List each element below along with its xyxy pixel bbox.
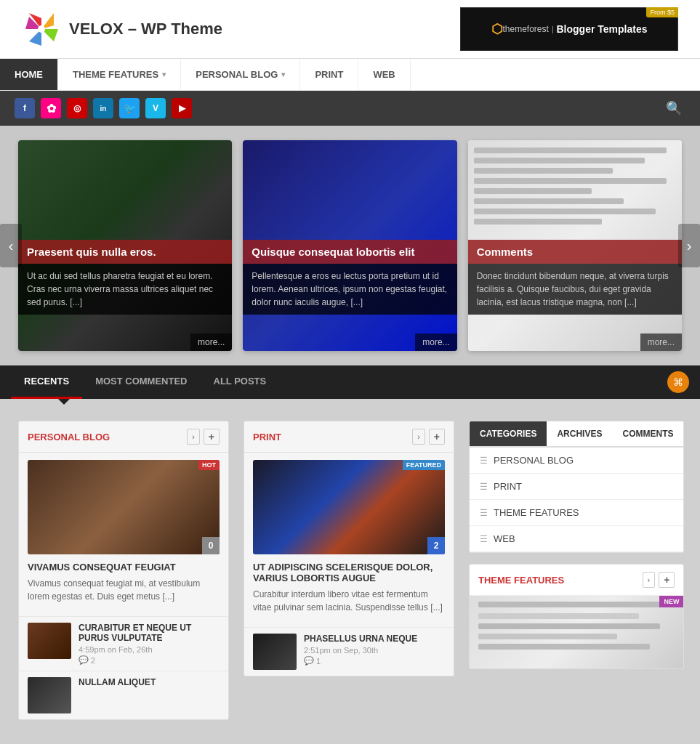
nav-item-web[interactable]: WEB bbox=[358, 59, 410, 90]
slide-2-text: Pellentesque a eros eu lectus porta pret… bbox=[243, 264, 456, 315]
print-sub-1: PHASELLUS URNA NEQUE 2:51pm on Sep, 30th… bbox=[244, 627, 454, 676]
facebook-icon[interactable]: f bbox=[15, 98, 35, 118]
nav-print-label: PRINT bbox=[315, 69, 343, 80]
slide-2-more[interactable]: more... bbox=[415, 333, 456, 351]
nav-item-theme-features[interactable]: THEME FEATURES ▾ bbox=[58, 59, 181, 90]
sub-2-info: NULLAM ALIQUET bbox=[79, 677, 220, 690]
personal-blog-arrow-btn[interactable]: › bbox=[187, 429, 200, 445]
personal-blog-post-excerpt: Vivamus consequat feugiat mi, at vestibu… bbox=[28, 577, 220, 603]
slide-3: Comments Donec tincidunt bibendum neque,… bbox=[468, 140, 682, 351]
cat-personal-blog[interactable]: ☰ PERSONAL BLOG bbox=[470, 448, 683, 474]
rtab-comments[interactable]: COMMENTS bbox=[612, 421, 683, 446]
categories-section: CATEGORIES ARCHIVES COMMENTS ☰ PERSONAL … bbox=[469, 421, 684, 553]
personal-blog-plus-btn[interactable]: + bbox=[204, 429, 220, 445]
tf-arrow-btn[interactable]: › bbox=[643, 572, 656, 588]
featured-badge: FEATURED bbox=[403, 460, 445, 470]
linkedin-icon[interactable]: in bbox=[93, 98, 113, 118]
cat-print[interactable]: ☰ PRINT bbox=[470, 474, 683, 500]
rtab-archives[interactable]: ARCHIVES bbox=[547, 421, 612, 446]
cat-icon-3: ☰ bbox=[480, 508, 488, 518]
comment-icon-2: 💬 bbox=[304, 656, 314, 666]
personal-blog-post-title[interactable]: VIVAMUS CONSEQUAT FEUGIAT bbox=[28, 562, 220, 573]
personal-blog-title: PERSONAL BLOG bbox=[28, 432, 110, 442]
rtab-categories[interactable]: CATEGORIES bbox=[470, 421, 547, 446]
nav-item-print[interactable]: PRINT bbox=[300, 59, 358, 90]
print-sub-1-count: 1 bbox=[316, 657, 321, 666]
slider: ‹ Praesent quis nulla eros. Ut ac dui se… bbox=[0, 126, 700, 365]
print-col: PRINT › + FEATURED 2 UT ADIPISCING SCELE… bbox=[244, 421, 454, 731]
tf-plus-btn[interactable]: + bbox=[659, 572, 675, 588]
slide-1: Praesent quis nulla eros. Ut ac dui sed … bbox=[18, 140, 232, 351]
banner-bt-text: Blogger Templates bbox=[556, 23, 647, 35]
print-sub-1-title[interactable]: PHASELLUS URNA NEQUE bbox=[304, 634, 445, 644]
print-num-badge: 2 bbox=[427, 537, 445, 554]
search-button[interactable]: 🔍 bbox=[662, 97, 685, 120]
cat-label-4: WEB bbox=[494, 533, 515, 544]
logo-icon bbox=[22, 9, 62, 49]
nav-tf-arrow: ▾ bbox=[162, 70, 166, 78]
sushi-image bbox=[28, 460, 220, 554]
sub-1-title[interactable]: CURABITUR ET NEQUE UT PURUS VULPUTATE bbox=[79, 623, 220, 643]
tab-all-posts[interactable]: ALL POSTS bbox=[201, 365, 280, 399]
cat-web[interactable]: ☰ WEB bbox=[470, 526, 683, 552]
slide-2: Quisque consequat lobortis elit Pellente… bbox=[243, 140, 456, 351]
slide-1-text: Ut ac dui sed tellus pharetra feugiat et… bbox=[18, 264, 232, 315]
slider-next[interactable]: › bbox=[678, 224, 700, 267]
theme-features-right: THEME FEATURES › + NEW bbox=[469, 564, 684, 669]
print-panel: PRINT › + FEATURED 2 UT ADIPISCING SCELE… bbox=[244, 421, 454, 676]
cat-icon-2: ☰ bbox=[480, 482, 488, 492]
banner-logo-text: ⬡ bbox=[491, 21, 503, 37]
nav-item-personal-blog[interactable]: PERSONAL BLOG ▾ bbox=[181, 59, 300, 90]
print-post-excerpt: Curabitur interdum libero vitae est ferm… bbox=[253, 588, 445, 614]
print-arrow-btn[interactable]: › bbox=[412, 429, 425, 445]
cat-icon-1: ☰ bbox=[480, 456, 488, 466]
right-col: CATEGORIES ARCHIVES COMMENTS ☰ PERSONAL … bbox=[469, 421, 684, 731]
print-main-img: FEATURED 2 bbox=[253, 460, 445, 554]
sub-1-meta: 4:59pm on Feb, 26th bbox=[79, 645, 220, 654]
print-sub-1-info: PHASELLUS URNA NEQUE 2:51pm on Sep, 30th… bbox=[304, 634, 445, 666]
print-post-title[interactable]: UT ADIPISCING SCELERISQUE DOLOR, VARIUS … bbox=[253, 562, 445, 583]
personal-blog-num-badge: 0 bbox=[202, 537, 220, 554]
personal-blog-main-img: HOT 0 bbox=[28, 460, 220, 554]
slide-3-text: Donec tincidunt bibendum neque, at viver… bbox=[468, 264, 682, 315]
right-tabs: CATEGORIES ARCHIVES COMMENTS bbox=[470, 421, 683, 448]
personal-blog-sub-1: CURABITUR ET NEQUE UT PURUS VULPUTATE 4:… bbox=[19, 616, 228, 671]
tab-most-commented[interactable]: MOST COMMENTED bbox=[82, 365, 200, 399]
nav: HOME THEME FEATURES ▾ PERSONAL BLOG ▾ PR… bbox=[0, 59, 700, 91]
slide-3-title: Comments bbox=[468, 240, 682, 264]
cat-label-2: PRINT bbox=[494, 481, 522, 492]
print-sub-1-img bbox=[253, 634, 297, 670]
sub-2-title[interactable]: NULLAM ALIQUET bbox=[79, 677, 220, 687]
print-header: PRINT › + bbox=[244, 421, 454, 453]
theme-features-actions: › + bbox=[643, 572, 675, 588]
header: VELOX – WP Theme ⬡ themeforest | Blogger… bbox=[0, 0, 700, 59]
nav-tf-label: THEME FEATURES bbox=[73, 69, 158, 80]
rss-icon: ⌘ bbox=[673, 376, 683, 388]
tab-recents[interactable]: RECENTS bbox=[11, 365, 82, 399]
svg-point-5 bbox=[38, 25, 45, 33]
banner-from: From $5 bbox=[646, 7, 678, 17]
slide-1-more[interactable]: more... bbox=[190, 333, 232, 351]
nav-item-home[interactable]: HOME bbox=[0, 59, 58, 90]
personal-blog-actions: › + bbox=[187, 429, 220, 445]
header-banner[interactable]: ⬡ themeforest | Blogger Templates From $… bbox=[460, 7, 678, 51]
nav-web-label: WEB bbox=[373, 69, 395, 80]
nav-menu: HOME THEME FEATURES ▾ PERSONAL BLOG ▾ PR… bbox=[0, 59, 700, 90]
print-plus-btn[interactable]: + bbox=[429, 429, 445, 445]
cat-icon-4: ☰ bbox=[480, 534, 488, 544]
twitter-icon[interactable]: 🐦 bbox=[119, 98, 140, 118]
banner-tf-text: themeforest bbox=[503, 24, 549, 34]
circle-icon[interactable]: ◎ bbox=[67, 98, 87, 118]
rss-button[interactable]: ⌘ bbox=[667, 371, 689, 393]
slide-2-title: Quisque consequat lobortis elit bbox=[243, 240, 456, 264]
youtube-icon[interactable]: ▶ bbox=[172, 98, 192, 118]
print-sub-1-comments: 💬 1 bbox=[304, 656, 445, 666]
categories-list: ☰ PERSONAL BLOG ☰ PRINT ☰ THEME FEATURES… bbox=[470, 448, 683, 552]
sub-1-info: CURABITUR ET NEQUE UT PURUS VULPUTATE 4:… bbox=[79, 623, 220, 665]
slide-1-title: Praesent quis nulla eros. bbox=[18, 240, 232, 264]
slider-prev[interactable]: ‹ bbox=[0, 224, 22, 267]
vimeo-icon[interactable]: V bbox=[145, 98, 166, 118]
flickr-icon[interactable]: ✿ bbox=[41, 98, 61, 118]
cat-theme-features[interactable]: ☰ THEME FEATURES bbox=[470, 500, 683, 526]
slide-3-more[interactable]: more... bbox=[640, 333, 682, 351]
